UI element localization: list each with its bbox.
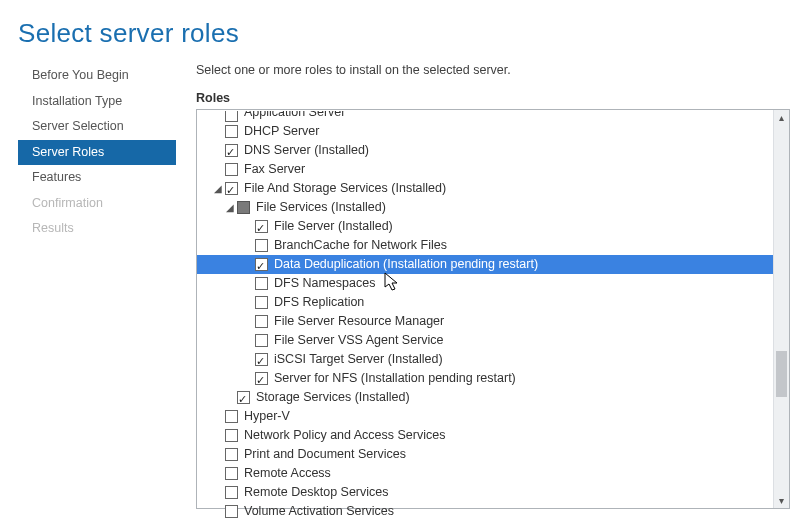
role-row-application-server[interactable]: Application Server bbox=[197, 111, 789, 122]
role-row-vss-agent[interactable]: File Server VSS Agent Service bbox=[197, 331, 789, 350]
role-checkbox[interactable] bbox=[237, 201, 250, 214]
role-label: Remote Access bbox=[244, 464, 331, 483]
role-row-dns-server[interactable]: DNS Server (Installed) bbox=[197, 141, 789, 160]
role-label: File And Storage Services (Installed) bbox=[244, 179, 446, 198]
role-label: DNS Server (Installed) bbox=[244, 141, 369, 160]
role-checkbox[interactable] bbox=[255, 296, 268, 309]
role-label: Data Deduplication (Installation pending… bbox=[274, 255, 538, 274]
sidebar-item-server-roles[interactable]: Server Roles bbox=[18, 140, 176, 166]
role-checkbox[interactable] bbox=[225, 429, 238, 442]
tree-expander-icon[interactable]: ◢ bbox=[225, 198, 235, 217]
sidebar-item-installation-type[interactable]: Installation Type bbox=[18, 89, 176, 115]
role-row-file-services[interactable]: ◢File Services (Installed) bbox=[197, 198, 789, 217]
role-label: File Server VSS Agent Service bbox=[274, 331, 444, 350]
role-row-storage-services[interactable]: Storage Services (Installed) bbox=[197, 388, 789, 407]
sidebar-item-confirmation: Confirmation bbox=[18, 191, 176, 217]
role-checkbox[interactable] bbox=[255, 220, 268, 233]
role-label: DFS Namespaces bbox=[274, 274, 375, 293]
scroll-track[interactable] bbox=[774, 125, 789, 493]
role-row-nfs-server[interactable]: Server for NFS (Installation pending res… bbox=[197, 369, 789, 388]
role-checkbox[interactable] bbox=[225, 467, 238, 480]
wizard-sidebar: Before You BeginInstallation TypeServer … bbox=[18, 63, 176, 521]
role-label: iSCSI Target Server (Installed) bbox=[274, 350, 443, 369]
roles-listbox[interactable]: Application ServerDHCP ServerDNS Server … bbox=[196, 109, 790, 509]
page-title: Select server roles bbox=[0, 0, 800, 63]
tree-expander-icon[interactable]: ◢ bbox=[213, 179, 223, 198]
role-checkbox[interactable] bbox=[225, 111, 238, 122]
role-row-data-dedup[interactable]: Data Deduplication (Installation pending… bbox=[197, 255, 789, 274]
role-label: Network Policy and Access Services bbox=[244, 426, 445, 445]
role-row-print-doc[interactable]: Print and Document Services bbox=[197, 445, 789, 464]
role-label: File Server Resource Manager bbox=[274, 312, 444, 331]
role-label: Remote Desktop Services bbox=[244, 483, 389, 502]
sidebar-item-features[interactable]: Features bbox=[18, 165, 176, 191]
role-label: File Server (Installed) bbox=[274, 217, 393, 236]
role-label: Volume Activation Services bbox=[244, 502, 394, 521]
role-label: File Services (Installed) bbox=[256, 198, 386, 217]
role-label: Print and Document Services bbox=[244, 445, 406, 464]
role-row-dfs-replication[interactable]: DFS Replication bbox=[197, 293, 789, 312]
role-row-remote-access[interactable]: Remote Access bbox=[197, 464, 789, 483]
role-checkbox[interactable] bbox=[225, 505, 238, 518]
role-checkbox[interactable] bbox=[225, 410, 238, 423]
role-row-file-storage[interactable]: ◢File And Storage Services (Installed) bbox=[197, 179, 789, 198]
role-checkbox[interactable] bbox=[255, 239, 268, 252]
role-row-iscsi-target[interactable]: iSCSI Target Server (Installed) bbox=[197, 350, 789, 369]
instruction-text: Select one or more roles to install on t… bbox=[196, 63, 790, 77]
role-row-vol-activation[interactable]: Volume Activation Services bbox=[197, 502, 789, 521]
role-checkbox[interactable] bbox=[255, 372, 268, 385]
role-row-rds[interactable]: Remote Desktop Services bbox=[197, 483, 789, 502]
sidebar-item-server-selection[interactable]: Server Selection bbox=[18, 114, 176, 140]
role-checkbox[interactable] bbox=[237, 391, 250, 404]
roles-tree: Application ServerDHCP ServerDNS Server … bbox=[197, 110, 789, 521]
role-label: DHCP Server bbox=[244, 122, 319, 141]
role-row-fsrm[interactable]: File Server Resource Manager bbox=[197, 312, 789, 331]
main-panel: Select one or more roles to install on t… bbox=[176, 63, 800, 521]
role-label: Server for NFS (Installation pending res… bbox=[274, 369, 516, 388]
role-label: Fax Server bbox=[244, 160, 305, 179]
sidebar-item-results: Results bbox=[18, 216, 176, 242]
scroll-down-button[interactable]: ▾ bbox=[774, 493, 789, 508]
role-label: Application Server bbox=[244, 111, 345, 122]
role-row-network-policy[interactable]: Network Policy and Access Services bbox=[197, 426, 789, 445]
role-row-dhcp-server[interactable]: DHCP Server bbox=[197, 122, 789, 141]
role-checkbox[interactable] bbox=[225, 144, 238, 157]
role-checkbox[interactable] bbox=[225, 448, 238, 461]
role-checkbox[interactable] bbox=[255, 277, 268, 290]
role-row-dfs-namespaces[interactable]: DFS Namespaces bbox=[197, 274, 789, 293]
role-label: BranchCache for Network Files bbox=[274, 236, 447, 255]
scroll-thumb[interactable] bbox=[776, 351, 787, 397]
role-checkbox[interactable] bbox=[225, 182, 238, 195]
role-checkbox[interactable] bbox=[255, 315, 268, 328]
role-row-hyper-v[interactable]: Hyper-V bbox=[197, 407, 789, 426]
scroll-up-button[interactable]: ▴ bbox=[774, 110, 789, 125]
role-label: DFS Replication bbox=[274, 293, 364, 312]
role-checkbox[interactable] bbox=[255, 334, 268, 347]
vertical-scrollbar[interactable]: ▴ ▾ bbox=[773, 110, 789, 508]
sidebar-item-before-you-begin[interactable]: Before You Begin bbox=[18, 63, 176, 89]
role-checkbox[interactable] bbox=[225, 163, 238, 176]
roles-label: Roles bbox=[196, 91, 790, 105]
role-checkbox[interactable] bbox=[255, 353, 268, 366]
role-label: Storage Services (Installed) bbox=[256, 388, 410, 407]
role-label: Hyper-V bbox=[244, 407, 290, 426]
role-row-fax-server[interactable]: Fax Server bbox=[197, 160, 789, 179]
role-row-file-server[interactable]: File Server (Installed) bbox=[197, 217, 789, 236]
role-row-branchcache[interactable]: BranchCache for Network Files bbox=[197, 236, 789, 255]
role-checkbox[interactable] bbox=[255, 258, 268, 271]
role-checkbox[interactable] bbox=[225, 125, 238, 138]
role-checkbox[interactable] bbox=[225, 486, 238, 499]
